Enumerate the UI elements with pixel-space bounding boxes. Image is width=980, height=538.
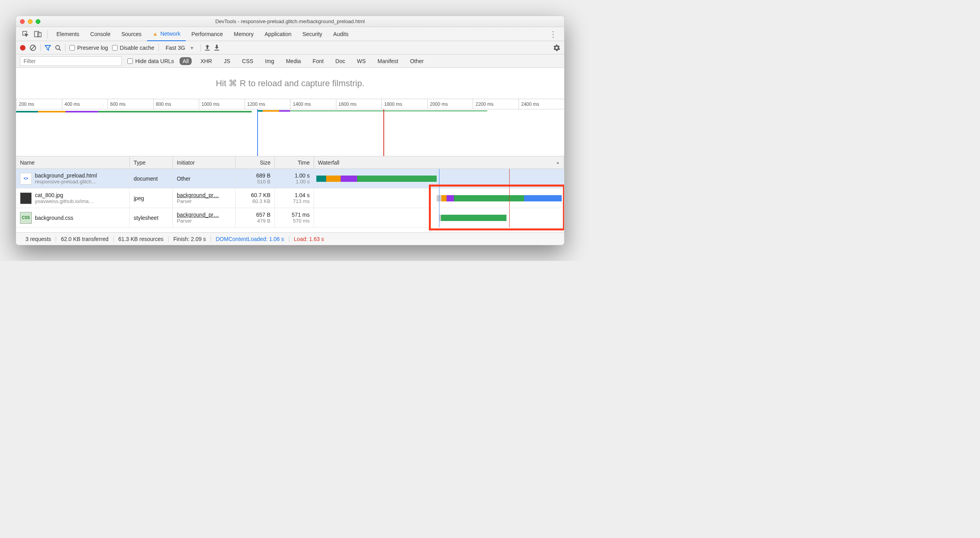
tab-sources[interactable]: Sources: [116, 27, 147, 41]
tab-memory[interactable]: Memory: [228, 27, 259, 41]
filter-type-font[interactable]: Font: [310, 57, 327, 65]
status-resources: 61.3 KB resources: [114, 236, 169, 242]
table-header: Name Type Initiator Size Time Waterfall▲: [16, 156, 564, 169]
filter-type-css[interactable]: CSS: [239, 57, 256, 65]
window-title: DevTools - responsive-preload.glitch.me/…: [16, 18, 564, 24]
filter-input[interactable]: [20, 56, 122, 66]
svg-line-4: [31, 46, 35, 50]
filmstrip-hint: Hit ⌘ R to reload and capture filmstrip.: [16, 68, 564, 99]
overview-timeline[interactable]: [16, 109, 564, 156]
filter-bar: Hide data URLs All XHR JS CSS Img Media …: [16, 54, 564, 68]
throttling-select[interactable]: Fast 3G▾: [163, 44, 197, 52]
tab-application[interactable]: Application: [259, 27, 297, 41]
tab-network[interactable]: ▲Network: [147, 27, 186, 41]
tab-security[interactable]: Security: [297, 27, 328, 41]
request-name: background_preload.html: [35, 172, 97, 179]
warning-icon: ▲: [152, 31, 158, 37]
tab-elements[interactable]: Elements: [51, 27, 85, 41]
status-finish: Finish: 2.09 s: [169, 236, 211, 242]
status-load: Load: 1.63 s: [289, 236, 329, 242]
column-type[interactable]: Type: [130, 156, 173, 168]
svg-point-5: [56, 45, 60, 49]
disable-cache-checkbox[interactable]: Disable cache: [112, 45, 154, 51]
request-domain: responsive-preload.glitch…: [35, 179, 97, 185]
filter-type-media[interactable]: Media: [283, 57, 304, 65]
tab-performance[interactable]: Performance: [186, 27, 228, 41]
preserve-log-checkbox[interactable]: Preserve log: [69, 45, 108, 51]
filter-type-doc[interactable]: Doc: [332, 57, 348, 65]
column-initiator[interactable]: Initiator: [173, 156, 236, 168]
tab-console[interactable]: Console: [85, 27, 116, 41]
record-button[interactable]: [20, 45, 25, 51]
timeline-ruler: 200 ms 400 ms 600 ms 800 ms 1000 ms 1200…: [16, 99, 564, 109]
tab-audits[interactable]: Audits: [328, 27, 354, 41]
waterfall-cell: [314, 208, 564, 227]
column-size[interactable]: Size: [236, 156, 275, 168]
status-bar: 3 requests 62.0 KB transferred 61.3 KB r…: [16, 232, 564, 245]
request-row[interactable]: <> background_preload.html responsive-pr…: [16, 169, 564, 188]
hide-data-urls-checkbox[interactable]: Hide data URLs: [127, 58, 174, 64]
filter-type-img[interactable]: Img: [262, 57, 277, 65]
file-icon-image: [20, 192, 32, 204]
request-row[interactable]: cat_800.jpg yoavweiss.github.io/ima… jpe…: [16, 188, 564, 208]
filter-type-manifest[interactable]: Manifest: [374, 57, 401, 65]
more-options-icon[interactable]: ⋮: [545, 29, 561, 39]
titlebar: DevTools - responsive-preload.glitch.me/…: [16, 16, 564, 27]
settings-gear-icon[interactable]: [553, 44, 560, 51]
column-waterfall[interactable]: Waterfall▲: [314, 156, 564, 168]
svg-rect-7: [205, 50, 210, 51]
inspect-element-icon[interactable]: [19, 28, 32, 40]
filter-type-js[interactable]: JS: [221, 57, 233, 65]
sort-arrow-icon: ▲: [556, 160, 560, 165]
network-toolbar: Preserve log Disable cache Fast 3G▾: [16, 41, 564, 54]
waterfall-cell: [314, 188, 564, 208]
request-domain: yoavweiss.github.io/ima…: [35, 198, 94, 204]
svg-rect-8: [214, 50, 219, 51]
upload-har-icon[interactable]: [205, 45, 210, 51]
devtools-window: DevTools - responsive-preload.glitch.me/…: [16, 16, 564, 245]
request-name: background.css: [35, 215, 73, 221]
request-row[interactable]: CSS background.css stylesheet background…: [16, 208, 564, 228]
filter-type-all[interactable]: All: [180, 57, 192, 65]
filter-icon[interactable]: [45, 45, 51, 51]
column-time[interactable]: Time: [275, 156, 314, 168]
status-transferred: 62.0 KB transferred: [56, 236, 113, 242]
column-name[interactable]: Name: [16, 156, 130, 168]
search-icon[interactable]: [55, 45, 61, 51]
filter-type-ws[interactable]: WS: [354, 57, 369, 65]
waterfall-cell: [314, 169, 564, 188]
device-toolbar-icon[interactable]: [32, 28, 44, 40]
status-requests: 3 requests: [21, 236, 56, 242]
file-icon-css: CSS: [20, 212, 32, 224]
clear-icon[interactable]: [29, 44, 36, 51]
download-har-icon[interactable]: [214, 45, 220, 51]
file-icon-html: <>: [20, 173, 32, 185]
svg-line-6: [59, 49, 61, 51]
svg-rect-2: [38, 33, 41, 37]
filter-type-xhr[interactable]: XHR: [197, 57, 215, 65]
request-name: cat_800.jpg: [35, 192, 94, 198]
filter-type-other[interactable]: Other: [407, 57, 427, 65]
status-dcl: DOMContentLoaded: 1.06 s: [211, 236, 289, 242]
panel-tabs: Elements Console Sources ▲Network Perfor…: [16, 27, 564, 41]
svg-rect-1: [34, 31, 39, 37]
